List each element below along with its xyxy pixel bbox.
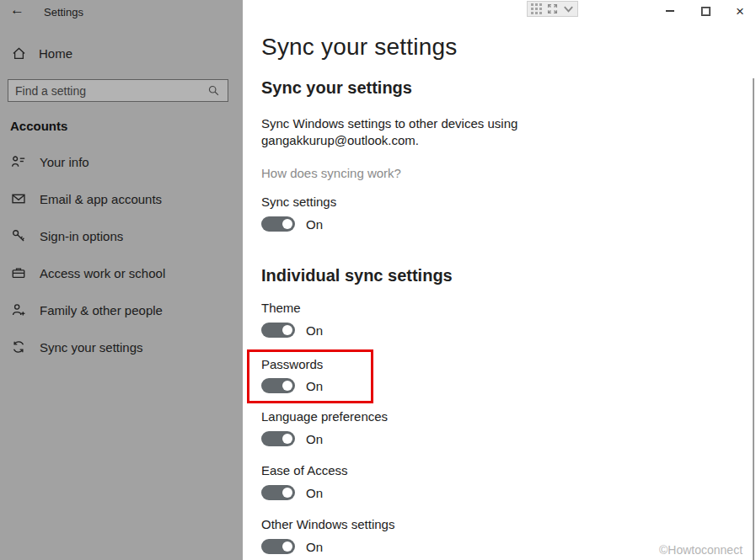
sidebar-item-home[interactable]: Home (11, 45, 72, 61)
passwords-label: Passwords (261, 357, 371, 371)
passwords-highlight-box: Passwords On (247, 349, 373, 403)
sidebar-item-label: Family & other people (40, 303, 163, 317)
sync-settings-toggle[interactable] (261, 216, 295, 232)
sidebar-item-access-work-school[interactable]: Access work or school (0, 254, 243, 291)
close-icon: × (736, 4, 744, 19)
sidebar-item-sync-your-settings[interactable]: Sync your settings (0, 328, 243, 365)
sidebar-item-family-other-people[interactable]: Family & other people (0, 291, 243, 328)
toggle-state: On (306, 379, 323, 393)
sync-description: Sync Windows settings to other devices u… (261, 115, 531, 149)
sidebar-item-label: Your info (40, 155, 89, 169)
screenshot-tool-widget[interactable] (527, 1, 578, 17)
ease-of-access-group: Ease of Access On (261, 463, 348, 500)
sync-section-heading: Sync your settings (261, 78, 412, 98)
sidebar: ← Settings Home Accounts Your info (0, 0, 243, 560)
key-icon (11, 228, 26, 243)
theme-toggle[interactable] (261, 323, 295, 338)
passwords-toggle[interactable] (261, 378, 295, 393)
back-button[interactable]: ← (10, 2, 24, 19)
how-syncing-works-link[interactable]: How does syncing work? (261, 166, 401, 180)
individual-section-heading: Individual sync settings (261, 266, 453, 285)
toggle-state: On (306, 432, 323, 446)
minimize-icon (666, 10, 674, 12)
vertical-scrollbar[interactable] (753, 78, 754, 560)
person-plus-icon (11, 302, 26, 317)
other-windows-settings-toggle[interactable] (261, 539, 295, 554)
toggle-knob (282, 381, 292, 391)
toggle-state: On (306, 323, 323, 338)
app-title: Settings (44, 6, 83, 19)
minimize-button[interactable] (657, 0, 683, 22)
toggle-state: On (306, 486, 323, 500)
sync-settings-group: Sync settings On (261, 195, 336, 232)
home-icon (11, 45, 26, 61)
home-label: Home (39, 46, 72, 61)
language-preferences-label: Language preferences (261, 409, 388, 424)
ease-of-access-label: Ease of Access (261, 463, 348, 477)
expand-icon[interactable] (546, 3, 559, 15)
sidebar-item-email-app-accounts[interactable]: Email & app accounts (0, 180, 243, 217)
search-icon[interactable] (206, 83, 221, 99)
toggle-knob (282, 488, 292, 498)
toggle-state: On (306, 540, 323, 554)
sidebar-item-sign-in-options[interactable]: Sign-in options (0, 217, 243, 254)
person-card-icon (11, 154, 26, 169)
maximize-button[interactable] (693, 0, 718, 22)
briefcase-icon (11, 265, 26, 280)
other-windows-settings-group: Other Windows settings On (261, 517, 394, 554)
sidebar-item-label: Sync your settings (40, 340, 143, 355)
sync-icon (11, 339, 26, 355)
sidebar-section-heading: Accounts (10, 119, 67, 133)
envelope-icon (11, 191, 26, 206)
search-input[interactable] (15, 84, 206, 98)
grid-icon[interactable] (530, 3, 543, 15)
settings-window: ← Settings Home Accounts Your info (0, 0, 756, 560)
theme-setting-group: Theme On (261, 301, 323, 338)
maximize-icon (701, 7, 710, 16)
search-box[interactable] (8, 79, 228, 102)
toggle-knob (282, 325, 292, 335)
sync-settings-label: Sync settings (261, 195, 336, 209)
page-title: Sync your settings (261, 34, 457, 61)
sidebar-item-label: Access work or school (40, 266, 165, 280)
toggle-knob (282, 219, 292, 229)
close-button[interactable]: × (727, 0, 753, 22)
theme-label: Theme (261, 301, 323, 315)
other-windows-settings-label: Other Windows settings (261, 517, 394, 531)
sidebar-nav: Your info Email & app accounts Sign-in o… (0, 143, 243, 365)
toggle-state: On (306, 217, 323, 232)
toggle-knob (282, 434, 292, 444)
sidebar-item-label: Email & app accounts (40, 192, 162, 206)
sidebar-item-your-info[interactable]: Your info (0, 143, 243, 180)
chevron-down-icon[interactable] (562, 3, 575, 15)
sidebar-item-label: Sign-in options (40, 229, 123, 243)
watermark: ©Howtoconnect (659, 543, 743, 557)
language-preferences-group: Language preferences On (261, 409, 388, 446)
ease-of-access-toggle[interactable] (261, 485, 295, 500)
language-preferences-toggle[interactable] (261, 431, 295, 446)
toggle-knob (282, 541, 292, 552)
